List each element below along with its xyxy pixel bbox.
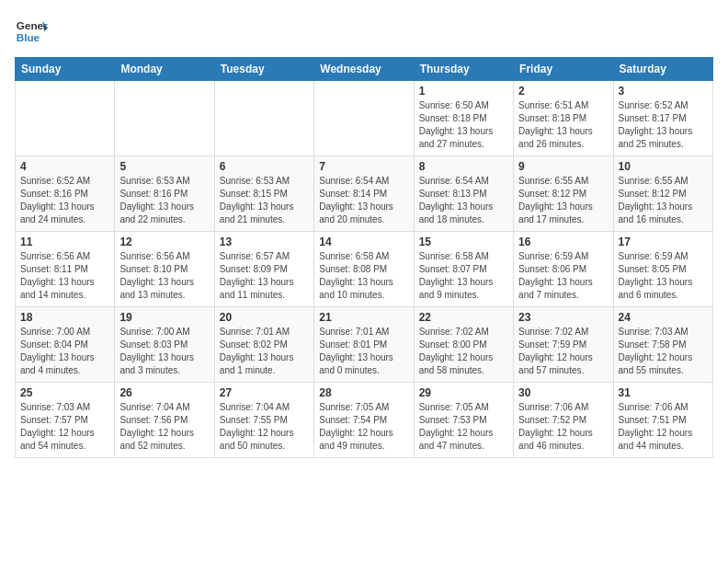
day-info: Sunrise: 7:04 AMSunset: 7:56 PMDaylight:…	[119, 401, 209, 453]
col-header-wednesday: Wednesday	[314, 58, 414, 81]
day-number: 4	[20, 160, 109, 173]
day-cell: 12Sunrise: 6:56 AMSunset: 8:10 PMDayligh…	[115, 232, 214, 307]
day-number: 9	[518, 160, 608, 173]
logo: General Blue	[15, 15, 48, 48]
day-info: Sunrise: 6:57 AMSunset: 8:09 PMDaylight:…	[220, 250, 309, 302]
day-info: Sunrise: 6:54 AMSunset: 8:13 PMDaylight:…	[419, 175, 508, 226]
day-cell	[214, 81, 313, 156]
day-number: 15	[419, 236, 508, 248]
day-info: Sunrise: 6:52 AMSunset: 8:16 PMDaylight:…	[20, 175, 109, 226]
day-info: Sunrise: 7:03 AMSunset: 7:57 PMDaylight:…	[20, 401, 109, 453]
day-info: Sunrise: 7:05 AMSunset: 7:54 PMDaylight:…	[319, 401, 408, 453]
col-header-tuesday: Tuesday	[214, 58, 313, 81]
day-cell: 16Sunrise: 6:59 AMSunset: 8:06 PMDayligh…	[514, 232, 613, 307]
day-info: Sunrise: 6:59 AMSunset: 8:05 PMDaylight:…	[619, 250, 708, 302]
day-info: Sunrise: 6:51 AMSunset: 8:18 PMDaylight:…	[518, 99, 608, 151]
day-cell: 7Sunrise: 6:54 AMSunset: 8:14 PMDaylight…	[314, 156, 414, 232]
week-row-1: 1Sunrise: 6:50 AMSunset: 8:18 PMDaylight…	[16, 81, 713, 156]
day-info: Sunrise: 6:56 AMSunset: 8:11 PMDaylight:…	[20, 250, 109, 302]
day-number: 26	[119, 386, 209, 399]
day-number: 12	[119, 236, 209, 248]
day-number: 29	[419, 386, 508, 399]
day-cell: 25Sunrise: 7:03 AMSunset: 7:57 PMDayligh…	[16, 383, 115, 458]
day-info: Sunrise: 7:01 AMSunset: 8:01 PMDaylight:…	[319, 326, 408, 377]
day-info: Sunrise: 6:50 AMSunset: 8:18 PMDaylight:…	[419, 99, 508, 151]
day-info: Sunrise: 7:05 AMSunset: 7:53 PMDaylight:…	[419, 401, 508, 453]
day-number: 30	[518, 386, 608, 399]
svg-text:Blue: Blue	[17, 31, 40, 43]
day-info: Sunrise: 7:02 AMSunset: 7:59 PMDaylight:…	[518, 326, 608, 377]
day-number: 23	[518, 311, 608, 324]
day-info: Sunrise: 6:55 AMSunset: 8:12 PMDaylight:…	[518, 175, 608, 226]
day-cell: 28Sunrise: 7:05 AMSunset: 7:54 PMDayligh…	[314, 383, 414, 458]
day-number: 20	[220, 311, 309, 324]
day-number: 2	[518, 85, 608, 98]
day-number: 6	[220, 160, 309, 173]
page-header: General Blue	[15, 15, 713, 48]
col-header-thursday: Thursday	[414, 58, 513, 81]
day-cell: 26Sunrise: 7:04 AMSunset: 7:56 PMDayligh…	[115, 383, 214, 458]
week-row-4: 18Sunrise: 7:00 AMSunset: 8:04 PMDayligh…	[16, 307, 713, 383]
day-info: Sunrise: 6:55 AMSunset: 8:12 PMDaylight:…	[619, 175, 708, 226]
day-number: 14	[319, 236, 408, 248]
day-cell: 19Sunrise: 7:00 AMSunset: 8:03 PMDayligh…	[115, 307, 214, 383]
day-cell: 21Sunrise: 7:01 AMSunset: 8:01 PMDayligh…	[314, 307, 414, 383]
day-number: 1	[419, 85, 508, 98]
day-info: Sunrise: 7:06 AMSunset: 7:51 PMDaylight:…	[619, 401, 708, 453]
day-cell: 14Sunrise: 6:58 AMSunset: 8:08 PMDayligh…	[314, 232, 414, 307]
day-cell	[115, 81, 214, 156]
day-cell: 6Sunrise: 6:53 AMSunset: 8:15 PMDaylight…	[214, 156, 313, 232]
week-row-5: 25Sunrise: 7:03 AMSunset: 7:57 PMDayligh…	[16, 383, 713, 458]
day-cell: 24Sunrise: 7:03 AMSunset: 7:58 PMDayligh…	[613, 307, 712, 383]
day-number: 19	[119, 311, 209, 324]
day-number: 21	[319, 311, 408, 324]
day-cell: 8Sunrise: 6:54 AMSunset: 8:13 PMDaylight…	[414, 156, 513, 232]
day-number: 27	[220, 386, 309, 399]
col-header-friday: Friday	[514, 58, 613, 81]
day-info: Sunrise: 6:54 AMSunset: 8:14 PMDaylight:…	[319, 175, 408, 226]
day-cell: 27Sunrise: 7:04 AMSunset: 7:55 PMDayligh…	[214, 383, 313, 458]
calendar-table: SundayMondayTuesdayWednesdayThursdayFrid…	[15, 57, 713, 458]
day-number: 22	[419, 311, 508, 324]
day-info: Sunrise: 6:56 AMSunset: 8:10 PMDaylight:…	[119, 250, 209, 302]
day-info: Sunrise: 6:58 AMSunset: 8:07 PMDaylight:…	[419, 250, 508, 302]
day-number: 17	[619, 236, 708, 248]
day-info: Sunrise: 7:02 AMSunset: 8:00 PMDaylight:…	[419, 326, 508, 377]
day-number: 10	[619, 160, 708, 173]
day-info: Sunrise: 7:00 AMSunset: 8:04 PMDaylight:…	[20, 326, 109, 377]
day-number: 28	[319, 386, 408, 399]
day-number: 11	[20, 236, 109, 248]
day-cell: 3Sunrise: 6:52 AMSunset: 8:17 PMDaylight…	[613, 81, 712, 156]
day-cell: 30Sunrise: 7:06 AMSunset: 7:52 PMDayligh…	[514, 383, 613, 458]
day-info: Sunrise: 6:59 AMSunset: 8:06 PMDaylight:…	[518, 250, 608, 302]
day-info: Sunrise: 6:52 AMSunset: 8:17 PMDaylight:…	[619, 99, 708, 151]
day-info: Sunrise: 6:53 AMSunset: 8:16 PMDaylight:…	[119, 175, 209, 226]
day-cell: 2Sunrise: 6:51 AMSunset: 8:18 PMDaylight…	[514, 81, 613, 156]
week-row-3: 11Sunrise: 6:56 AMSunset: 8:11 PMDayligh…	[16, 232, 713, 307]
day-cell	[314, 81, 414, 156]
col-header-saturday: Saturday	[613, 58, 712, 81]
day-number: 7	[319, 160, 408, 173]
day-info: Sunrise: 7:00 AMSunset: 8:03 PMDaylight:…	[119, 326, 209, 377]
day-cell	[16, 81, 115, 156]
day-cell: 22Sunrise: 7:02 AMSunset: 8:00 PMDayligh…	[414, 307, 513, 383]
week-row-2: 4Sunrise: 6:52 AMSunset: 8:16 PMDaylight…	[16, 156, 713, 232]
day-number: 24	[619, 311, 708, 324]
day-cell: 1Sunrise: 6:50 AMSunset: 8:18 PMDaylight…	[414, 81, 513, 156]
day-number: 5	[119, 160, 209, 173]
day-info: Sunrise: 7:06 AMSunset: 7:52 PMDaylight:…	[518, 401, 608, 453]
day-info: Sunrise: 6:53 AMSunset: 8:15 PMDaylight:…	[220, 175, 309, 226]
day-cell: 4Sunrise: 6:52 AMSunset: 8:16 PMDaylight…	[16, 156, 115, 232]
day-number: 8	[419, 160, 508, 173]
day-number: 13	[220, 236, 309, 248]
day-info: Sunrise: 7:03 AMSunset: 7:58 PMDaylight:…	[619, 326, 708, 377]
day-info: Sunrise: 7:01 AMSunset: 8:02 PMDaylight:…	[220, 326, 309, 377]
day-cell: 23Sunrise: 7:02 AMSunset: 7:59 PMDayligh…	[514, 307, 613, 383]
day-number: 16	[518, 236, 608, 248]
col-header-sunday: Sunday	[16, 58, 115, 81]
calendar-header-row: SundayMondayTuesdayWednesdayThursdayFrid…	[16, 58, 713, 81]
day-number: 31	[619, 386, 708, 399]
day-cell: 11Sunrise: 6:56 AMSunset: 8:11 PMDayligh…	[16, 232, 115, 307]
day-cell: 20Sunrise: 7:01 AMSunset: 8:02 PMDayligh…	[214, 307, 313, 383]
day-cell: 15Sunrise: 6:58 AMSunset: 8:07 PMDayligh…	[414, 232, 513, 307]
